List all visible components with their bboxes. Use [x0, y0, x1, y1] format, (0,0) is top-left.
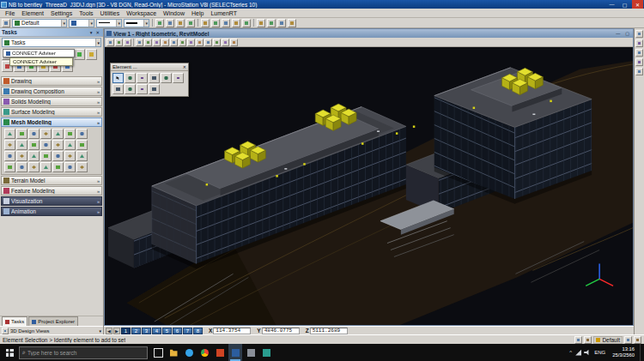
mesh-tool-icon[interactable]	[28, 129, 39, 139]
mesh-tool-icon[interactable]	[40, 129, 52, 139]
element-tool-icon[interactable]	[137, 73, 148, 83]
view-toggle-7[interactable]: 7	[183, 328, 192, 334]
mesh-tool-icon[interactable]	[16, 129, 27, 139]
file-explorer-icon[interactable]	[167, 344, 180, 361]
mesh-tool-icon[interactable]	[76, 151, 88, 161]
connect-adviser-item[interactable]: CONNECT Adviser	[3, 49, 75, 57]
menu-settings[interactable]: Settings	[47, 10, 76, 16]
search-input[interactable]	[27, 350, 144, 356]
mesh-tool-icon[interactable]	[76, 129, 88, 139]
element-selection-icon[interactable]	[2, 19, 10, 27]
dock-tool-icon[interactable]	[635, 49, 643, 57]
menu-workspace[interactable]: Workspace	[123, 10, 160, 16]
dock-tool-icon[interactable]	[635, 30, 643, 38]
active-level-combo[interactable]: Default ▾	[12, 19, 67, 27]
section-visualization[interactable]: Visualization »	[1, 196, 102, 206]
zoom-out-icon[interactable]	[153, 39, 161, 46]
active-model-indicator[interactable]: Default	[593, 336, 623, 344]
view-toggle-5[interactable]: 5	[162, 328, 172, 334]
view-group-icon[interactable]	[2, 328, 9, 334]
scroll-left-icon[interactable]: ◀	[106, 328, 112, 334]
task-icon[interactable]	[74, 49, 85, 60]
mesh-tool-icon[interactable]	[52, 140, 64, 150]
view-titlebar[interactable]: View 1 - Right Isometric, RevitModel — ▢	[105, 29, 633, 38]
mesh-tool-icon[interactable]	[4, 140, 15, 150]
section-drawing[interactable]: Drawing »	[1, 76, 102, 86]
mesh-tool-icon[interactable]	[64, 151, 76, 161]
dock-tool-icon[interactable]	[635, 58, 643, 66]
snap-mode-icon[interactable]	[574, 336, 582, 344]
mesh-tool-icon[interactable]	[76, 162, 88, 172]
menu-file[interactable]: File	[2, 10, 18, 16]
mesh-tool-icon[interactable]	[40, 162, 52, 172]
view-next-icon[interactable]	[213, 39, 221, 46]
mesh-tool-icon[interactable]	[52, 129, 64, 139]
view-attributes-icon[interactable]	[106, 39, 114, 46]
minimize-button[interactable]: —	[606, 0, 617, 9]
section-drawing-composition[interactable]: Drawing Composition »	[1, 87, 102, 96]
section-terrain-model[interactable]: Terrain Model »	[1, 176, 102, 185]
section-surface-modeling[interactable]: Surface Modeling »	[1, 107, 102, 117]
element-tool-icon[interactable]	[112, 84, 124, 94]
menu-utilities[interactable]: Utilities	[97, 10, 124, 16]
view-toggle-1[interactable]: 1	[121, 328, 131, 334]
taskbar-clock[interactable]: 13:16 25/3/2560	[610, 346, 637, 358]
fit-view-icon[interactable]	[170, 39, 178, 46]
tray-expand-icon[interactable]: ^	[568, 350, 573, 355]
active-linestyle-combo[interactable]: ▾	[96, 19, 122, 27]
element-selection-tool-icon[interactable]	[112, 73, 124, 83]
element-tool-icon[interactable]	[173, 73, 184, 83]
toolbar-icon[interactable]	[277, 19, 286, 27]
task-view-icon[interactable]	[151, 344, 165, 361]
clip-volume-icon[interactable]	[230, 39, 238, 46]
toolbar-icon[interactable]	[155, 19, 164, 27]
locks-icon[interactable]	[584, 336, 592, 344]
adjust-view-icon[interactable]	[124, 39, 131, 46]
walk-icon[interactable]	[196, 39, 204, 46]
view-toggle-8[interactable]: 8	[193, 328, 203, 334]
edge-browser-icon[interactable]	[182, 344, 196, 361]
toolbar-icon[interactable]	[288, 19, 296, 27]
toolbar-icon[interactable]	[232, 19, 240, 27]
element-tool-icon[interactable]	[125, 84, 136, 94]
copy-view-icon[interactable]	[222, 39, 229, 46]
element-tool-icon[interactable]	[125, 73, 136, 83]
view-maximize-icon[interactable]: ▢	[623, 31, 631, 36]
action-center-strip[interactable]	[640, 344, 644, 361]
element-tool-icon[interactable]	[137, 84, 148, 94]
viewport-3d[interactable]: Element ... ✕	[105, 47, 633, 325]
toolbar-icon[interactable]	[242, 19, 251, 27]
toolbar-icon[interactable]	[267, 19, 276, 27]
app-icon[interactable]	[244, 344, 258, 361]
scroll-right-icon[interactable]: ▶	[113, 328, 120, 334]
close-button[interactable]: ✕	[632, 0, 643, 9]
zoom-in-icon[interactable]	[144, 39, 152, 46]
section-animation[interactable]: Animation »	[1, 207, 102, 216]
menu-window[interactable]: Window	[160, 10, 188, 16]
view-minimize-icon[interactable]: —	[614, 31, 622, 36]
tasks-combo[interactable]: Tasks ▾	[2, 38, 101, 47]
volume-icon[interactable]	[584, 350, 590, 356]
app-icon[interactable]	[259, 344, 273, 361]
chrome-browser-icon[interactable]	[197, 344, 211, 361]
element-tool-icon[interactable]	[161, 73, 172, 83]
maximize-button[interactable]: ▢	[619, 0, 630, 9]
office-app-icon[interactable]	[213, 344, 227, 361]
active-color-combo[interactable]: ▾	[69, 19, 94, 27]
mesh-tool-icon[interactable]	[40, 151, 52, 161]
start-button[interactable]	[0, 344, 19, 361]
toolbar-icon[interactable]	[222, 19, 230, 27]
section-feature-modeling[interactable]: Feature Modeling »	[1, 186, 102, 196]
element-palette-titlebar[interactable]: Element ... ✕	[111, 63, 188, 71]
close-icon[interactable]: ✕	[183, 64, 186, 69]
microstation-app-icon[interactable]	[228, 344, 242, 361]
toolbar-icon[interactable]	[186, 19, 195, 27]
tab-tasks[interactable]: Tasks	[2, 316, 27, 326]
view-toggle-6[interactable]: 6	[173, 328, 182, 334]
toolbar-icon[interactable]	[176, 19, 185, 27]
tab-project-explorer[interactable]: Project Explorer	[28, 316, 78, 326]
dock-tool-icon[interactable]	[635, 68, 643, 75]
mesh-tool-icon[interactable]	[4, 162, 15, 172]
dropdown-icon[interactable]: ▾	[99, 328, 101, 334]
toolbar-icon[interactable]	[166, 19, 174, 27]
